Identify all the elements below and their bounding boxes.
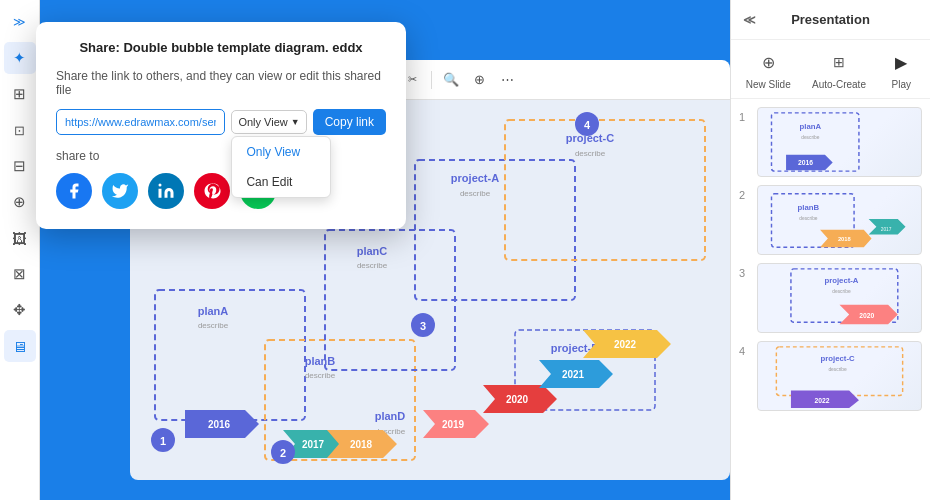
dropdown-can-edit[interactable]: Can Edit	[232, 167, 330, 197]
dropdown-only-view[interactable]: Only View	[232, 137, 330, 167]
svg-text:project-C: project-C	[821, 354, 855, 363]
dropdown-chevron: ▼	[291, 117, 300, 127]
svg-text:2016: 2016	[208, 419, 231, 430]
facebook-share-button[interactable]	[56, 173, 92, 209]
left-sidebar: ≫ ✦ ⊞ ⊡ ⊟ ⊕ 🖼 ⊠ ✥ 🖥	[0, 0, 40, 500]
panel-title: Presentation	[791, 12, 870, 27]
svg-text:2017: 2017	[302, 439, 325, 450]
sidebar-frame-icon[interactable]: ⊠	[4, 258, 36, 290]
sidebar-present-icon[interactable]: 🖥	[4, 330, 36, 362]
share-link-row: Only View ▼ Only View Can Edit Copy link	[56, 109, 386, 135]
sidebar-collapse-icon[interactable]: ≫	[4, 6, 36, 38]
svg-text:project-A: project-A	[451, 172, 499, 184]
svg-text:3: 3	[420, 320, 426, 332]
presentation-panel: ≪ Presentation ⊕ New Slide ⊞ Auto-Create…	[730, 0, 930, 500]
toolbar-plus-icon[interactable]: ⊕	[468, 69, 490, 91]
svg-text:2: 2	[280, 447, 286, 459]
sidebar-image-icon[interactable]: 🖼	[4, 222, 36, 254]
svg-text:4: 4	[584, 119, 591, 131]
view-mode-select[interactable]: Only View ▼	[231, 110, 306, 134]
svg-text:2020: 2020	[506, 394, 529, 405]
new-slide-icon: ⊕	[754, 48, 782, 76]
panel-collapse-button[interactable]: ≪	[739, 10, 759, 30]
slide-list: 1 planA describe 2016 2 planB describe	[731, 99, 930, 500]
play-button[interactable]: ▶ Play	[887, 48, 915, 90]
slide-thumb-3: project-A describe 2020	[757, 263, 922, 333]
svg-text:2017: 2017	[881, 227, 892, 232]
slide-item-4[interactable]: 4 project-C describe 2022	[739, 341, 922, 411]
svg-text:planA: planA	[198, 305, 229, 317]
svg-text:1: 1	[160, 435, 166, 447]
slide-number-4: 4	[739, 345, 751, 357]
auto-create-icon: ⊞	[825, 48, 853, 76]
sidebar-minus-icon[interactable]: ⊟	[4, 150, 36, 182]
svg-text:describe: describe	[305, 371, 336, 380]
linkedin-share-button[interactable]	[148, 173, 184, 209]
sidebar-move-icon[interactable]: ✥	[4, 294, 36, 326]
svg-text:2022: 2022	[614, 339, 637, 350]
new-slide-button[interactable]: ⊕ New Slide	[746, 48, 791, 90]
twitter-share-button[interactable]	[102, 173, 138, 209]
modal-description: Share the link to others, and they can v…	[56, 69, 386, 97]
svg-text:describe: describe	[799, 216, 818, 221]
slide-number-2: 2	[739, 189, 751, 201]
svg-text:planB: planB	[798, 203, 820, 212]
svg-text:project-A: project-A	[824, 276, 858, 285]
svg-text:2018: 2018	[838, 236, 852, 242]
svg-text:2019: 2019	[442, 419, 465, 430]
svg-rect-0	[155, 290, 305, 420]
panel-actions: ⊕ New Slide ⊞ Auto-Create ▶ Play	[731, 40, 930, 99]
svg-text:planC: planC	[357, 245, 388, 257]
svg-text:describe: describe	[357, 261, 388, 270]
svg-text:describe: describe	[460, 189, 491, 198]
play-label: Play	[892, 79, 911, 90]
share-to-label: share to	[56, 149, 386, 163]
slide-item-1[interactable]: 1 planA describe 2016	[739, 107, 922, 177]
svg-text:2016: 2016	[798, 159, 813, 166]
auto-create-button[interactable]: ⊞ Auto-Create	[812, 48, 866, 90]
modal-title: Share: Double bubble template diagram. e…	[56, 40, 386, 55]
svg-text:planD: planD	[375, 410, 406, 422]
share-link-input[interactable]	[56, 109, 225, 135]
svg-text:planA: planA	[800, 122, 822, 131]
view-mode-label: Only View	[238, 116, 287, 128]
play-icon: ▶	[887, 48, 915, 76]
slide-number-3: 3	[739, 267, 751, 279]
slide-thumb-4: project-C describe 2022	[757, 341, 922, 411]
svg-text:describe: describe	[198, 321, 229, 330]
svg-text:describe: describe	[801, 135, 820, 140]
slide-thumb-1: planA describe 2016	[757, 107, 922, 177]
slide-item-2[interactable]: 2 planB describe 2018 2017	[739, 185, 922, 255]
view-dropdown: Only View Can Edit	[231, 136, 331, 198]
slide-thumb-2: planB describe 2018 2017	[757, 185, 922, 255]
copy-link-button[interactable]: Copy link	[313, 109, 386, 135]
panel-header: ≪ Presentation	[731, 0, 930, 40]
sidebar-grid-icon[interactable]: ⊞	[4, 78, 36, 110]
svg-point-64	[159, 184, 162, 187]
svg-text:describe: describe	[575, 149, 606, 158]
svg-text:planB: planB	[305, 355, 336, 367]
svg-text:2018: 2018	[350, 439, 373, 450]
slide-item-3[interactable]: 3 project-A describe 2020	[739, 263, 922, 333]
new-slide-label: New Slide	[746, 79, 791, 90]
sidebar-table-icon[interactable]: ⊡	[4, 114, 36, 146]
auto-create-label: Auto-Create	[812, 79, 866, 90]
sidebar-add-icon[interactable]: ⊕	[4, 186, 36, 218]
svg-text:2021: 2021	[562, 369, 585, 380]
slide-number-1: 1	[739, 111, 751, 123]
svg-text:describe: describe	[828, 367, 847, 372]
toolbar-search-icon[interactable]: 🔍	[440, 69, 462, 91]
svg-text:describe: describe	[832, 289, 851, 294]
svg-text:2020: 2020	[859, 312, 874, 319]
social-icons-row: L	[56, 173, 386, 209]
share-modal: Share: Double bubble template diagram. e…	[36, 22, 406, 229]
sidebar-star-icon[interactable]: ✦	[4, 42, 36, 74]
toolbar-more-icon[interactable]: ⋯	[496, 69, 518, 91]
pinterest-share-button[interactable]	[194, 173, 230, 209]
svg-text:2022: 2022	[814, 397, 829, 404]
